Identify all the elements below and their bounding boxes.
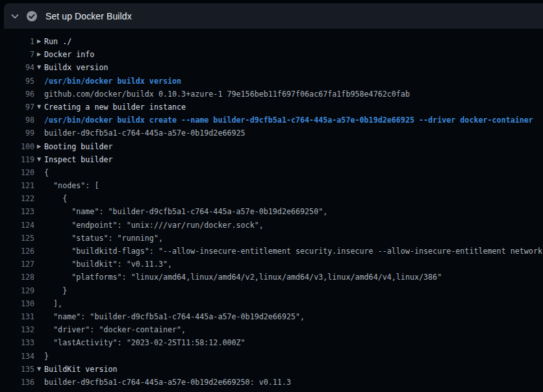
log-row: 121 "nodes": [ [0, 179, 543, 192]
line-number[interactable]: 136 [0, 376, 34, 389]
log-output-text: "status": "running", [44, 232, 163, 245]
indent-spacer [34, 323, 44, 336]
line-number[interactable]: 1 [0, 35, 34, 48]
indent-spacer [34, 310, 44, 323]
line-number[interactable]: 134 [0, 350, 34, 363]
line-number[interactable]: 128 [0, 271, 34, 284]
line-number[interactable]: 130 [0, 297, 34, 310]
log-row: 96 github.com/docker/buildx 0.10.3+azure… [0, 88, 543, 101]
indent-spacer [34, 88, 44, 101]
triangle-right-icon[interactable]: ▶ [34, 48, 44, 61]
log-row: 95 /usr/bin/docker buildx version [0, 75, 543, 88]
log-group-title[interactable]: BuildKit version [44, 363, 118, 376]
line-number[interactable]: 122 [0, 192, 34, 205]
indent-spacer [34, 350, 44, 363]
log-output-text: "buildkit": "v0.11.3", [44, 258, 172, 271]
line-number[interactable]: 119 [0, 153, 34, 166]
indent-spacer [34, 114, 44, 127]
log-group-row: 97 ▼ Creating a new builder instance [0, 101, 543, 114]
line-number[interactable]: 100 [0, 140, 34, 153]
triangle-right-icon[interactable]: ▶ [34, 140, 44, 153]
log-row: 98 /usr/bin/docker buildx create --name … [0, 114, 543, 127]
indent-spacer [34, 205, 44, 218]
log-row: 99 builder-d9cfb5a1-c764-445a-a57e-0b19d… [0, 127, 543, 140]
log-row: 125 "status": "running", [0, 232, 543, 245]
log-row: 126 "buildkitd-flags": "--allow-insecure… [0, 245, 543, 258]
log-group-title[interactable]: Run ./ [44, 35, 71, 48]
log-row: 120 { [0, 166, 543, 179]
line-number[interactable]: 135 [0, 363, 34, 376]
line-number[interactable]: 126 [0, 245, 34, 258]
log-row: 123 "name": "builder-d9cfb5a1-c764-445a-… [0, 205, 543, 218]
log-area: 1 ▶ Run ./ 7 ▶ Docker info 94 ▼ Buildx v… [0, 29, 543, 392]
log-output-text: } [44, 350, 49, 363]
triangle-down-icon[interactable]: ▼ [34, 101, 44, 114]
log-output-text: "buildkitd-flags": "--allow-insecure-ent… [44, 245, 542, 258]
line-number[interactable]: 98 [0, 114, 34, 127]
indent-spacer [34, 336, 44, 349]
indent-spacer [34, 166, 44, 179]
line-number[interactable]: 124 [0, 219, 34, 232]
line-number[interactable]: 7 [0, 48, 34, 61]
log-output-text: { [44, 166, 49, 179]
log-group-title[interactable]: Docker info [44, 48, 94, 61]
log-row: 130 ], [0, 297, 543, 310]
line-number[interactable]: 129 [0, 284, 34, 297]
chevron-down-icon[interactable] [4, 11, 26, 21]
line-number[interactable]: 120 [0, 166, 34, 179]
log-output-text: "platforms": "linux/amd64,linux/amd64/v2… [44, 271, 442, 284]
log-group-title[interactable]: Booting builder [44, 140, 113, 153]
indent-spacer [34, 179, 44, 192]
line-number[interactable]: 127 [0, 258, 34, 271]
log-output-text: ], [44, 297, 62, 310]
log-row: 131 "name": "builder-d9cfb5a1-c764-445a-… [0, 310, 543, 323]
step-header[interactable]: Set up Docker Buildx [4, 3, 543, 29]
log-output-text: "name": "builder-d9cfb5a1-c764-445a-a57e… [44, 310, 305, 323]
line-number[interactable]: 131 [0, 310, 34, 323]
line-number[interactable]: 133 [0, 336, 34, 349]
log-group-title[interactable]: Inspect builder [44, 153, 113, 166]
log-row: 128 "platforms": "linux/amd64,linux/amd6… [0, 271, 543, 284]
indent-spacer [34, 258, 44, 271]
log-group-row: 94 ▼ Buildx version [0, 61, 543, 74]
line-number[interactable]: 96 [0, 88, 34, 101]
log-output-text: builder-d9cfb5a1-c764-445a-a57e-0b19d2e6… [44, 376, 291, 389]
indent-spacer [34, 192, 44, 205]
log-row: 127 "buildkit": "v0.11.3", [0, 258, 543, 271]
triangle-down-icon[interactable]: ▼ [34, 153, 44, 166]
line-number[interactable]: 95 [0, 75, 34, 88]
indent-spacer [34, 232, 44, 245]
line-number[interactable]: 123 [0, 205, 34, 218]
log-row: 129 } [0, 284, 543, 297]
check-circle-icon [26, 10, 38, 22]
line-number[interactable]: 132 [0, 323, 34, 336]
indent-spacer [34, 127, 44, 140]
log-group-title[interactable]: Buildx version [44, 61, 108, 74]
indent-spacer [34, 376, 44, 389]
log-row: 122 { [0, 192, 543, 205]
triangle-down-icon[interactable]: ▼ [34, 61, 44, 74]
step-title: Set up Docker Buildx [45, 11, 132, 21]
log-output-text: } [44, 284, 67, 297]
line-number[interactable]: 121 [0, 179, 34, 192]
log-row: 133 "lastActivity": "2023-02-25T11:58:12… [0, 336, 543, 349]
log-output-text: builder-d9cfb5a1-c764-445a-a57e-0b19d2e6… [44, 127, 246, 140]
line-number[interactable]: 99 [0, 127, 34, 140]
indent-spacer [34, 271, 44, 284]
line-number[interactable]: 94 [0, 61, 34, 74]
triangle-down-icon[interactable]: ▼ [34, 363, 44, 376]
log-output-text: "driver": "docker-container", [44, 323, 186, 336]
log-output-text: "nodes": [ [44, 179, 99, 192]
log-output-text: github.com/docker/buildx 0.10.3+azure-1 … [44, 88, 410, 101]
log-group-row: 7 ▶ Docker info [0, 48, 543, 61]
line-number[interactable]: 97 [0, 101, 34, 114]
log-output-text: { [44, 192, 67, 205]
log-group-title[interactable]: Creating a new builder instance [44, 101, 186, 114]
indent-spacer [34, 245, 44, 258]
indent-spacer [34, 284, 44, 297]
log-command-text: /usr/bin/docker buildx create --name bui… [44, 114, 533, 127]
triangle-right-icon[interactable]: ▶ [34, 35, 44, 48]
indent-spacer [34, 219, 44, 232]
log-row: 132 "driver": "docker-container", [0, 323, 543, 336]
line-number[interactable]: 125 [0, 232, 34, 245]
